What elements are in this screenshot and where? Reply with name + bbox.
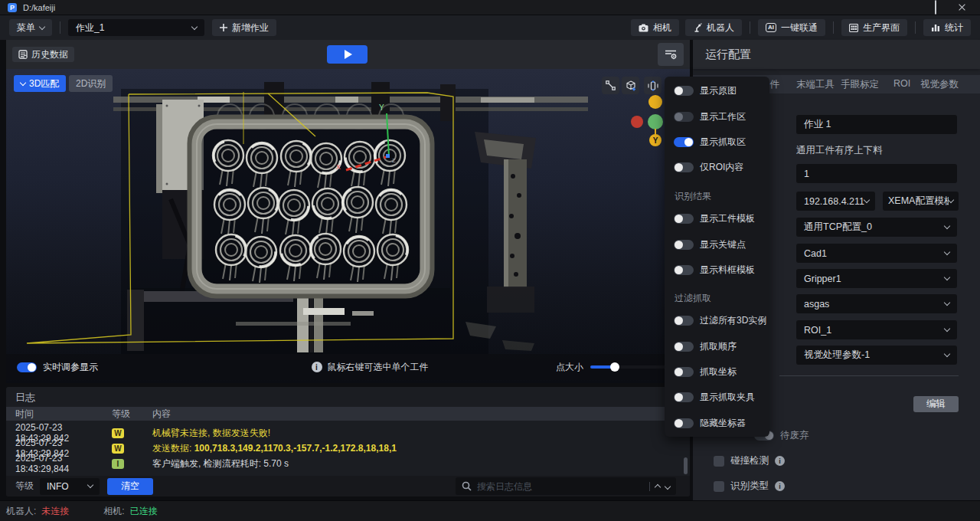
edit-button[interactable]: 编辑	[913, 396, 959, 412]
tab-end-tool[interactable]: 末端工具	[796, 78, 835, 91]
robot-arm-icon	[693, 23, 702, 32]
chevron-down-icon	[864, 197, 870, 203]
pallet-select[interactable]: asgas	[796, 294, 957, 313]
gripper-select[interactable]: Gripper1	[796, 269, 957, 288]
chevron-down-icon	[944, 300, 950, 306]
chevron-down-icon	[39, 23, 45, 29]
left-workspace: 历史数据	[6, 40, 690, 500]
search-icon	[462, 481, 472, 491]
3d-viewport[interactable]: Y X Z 3D匹配 2D识别	[6, 69, 690, 383]
mode-label: 通用工件有序上下料	[796, 144, 883, 157]
divider	[750, 21, 750, 34]
close-button[interactable]	[958, 3, 966, 11]
log-text: 发送数据:	[152, 443, 194, 454]
window-controls	[913, 1, 974, 15]
gizmo-axis-ball-red[interactable]	[631, 116, 643, 128]
ip-select[interactable]: 192.168.4.211	[796, 192, 875, 211]
mode-3d-match-button[interactable]: 3D匹配	[14, 75, 66, 92]
job-select[interactable]: 作业_1	[68, 19, 204, 36]
log-level-badge: W	[112, 444, 124, 454]
bar-chart-icon	[931, 24, 940, 32]
fit-view-button[interactable]	[644, 77, 662, 94]
tab-roi[interactable]: ROI	[893, 78, 910, 89]
log-search-input[interactable]	[477, 481, 644, 492]
robot-button[interactable]: 机器人	[685, 19, 742, 36]
mode-2d-recognition-button[interactable]: 2D识别	[69, 75, 113, 92]
log-controls: 等级 INFO 清空	[6, 476, 690, 496]
one-click-connect-button[interactable]: AI 一键联通	[758, 19, 825, 36]
camera-button[interactable]: 相机	[631, 19, 679, 36]
display-option-toggle[interactable]	[674, 316, 694, 326]
history-data-label: 历史数据	[31, 48, 68, 61]
statistics-button[interactable]: 统计	[923, 19, 971, 36]
clear-log-button[interactable]: 清空	[107, 478, 153, 495]
level-label: 等级	[15, 480, 34, 493]
production-label: 生产界面	[863, 21, 900, 34]
history-data-button[interactable]: 历史数据	[12, 47, 74, 62]
display-option-toggle[interactable]	[674, 265, 694, 275]
display-option-label: 抓取坐标	[700, 365, 737, 378]
display-option-label: 显示工件模板	[700, 212, 755, 225]
recognition-type-checkbox[interactable]	[714, 481, 724, 492]
display-section-label: 过滤抓取	[675, 292, 711, 305]
maximize-button[interactable]	[935, 1, 936, 15]
display-options-button[interactable]	[658, 43, 684, 66]
display-option-toggle[interactable]	[674, 418, 694, 428]
level-select[interactable]: INFO	[40, 478, 100, 495]
production-ui-button[interactable]: 生产界面	[841, 19, 907, 36]
display-option-toggle[interactable]	[674, 162, 694, 172]
count-input[interactable]: 1	[796, 164, 957, 183]
display-option-label: 显示抓取区	[700, 136, 746, 149]
display-option-toggle[interactable]	[674, 86, 694, 96]
tab-vision-params[interactable]: 视觉参数	[920, 78, 959, 91]
display-option-row: 显示料框模板	[674, 262, 755, 277]
gizmo-axis-y-ball[interactable]: Y	[649, 134, 662, 146]
info-icon[interactable]: i	[775, 456, 785, 466]
display-option-toggle[interactable]	[674, 240, 694, 250]
gizmo-axis-ball-top[interactable]	[648, 95, 662, 109]
tcp-config-select[interactable]: 通用TCP配置_0	[796, 218, 957, 237]
display-option-toggle[interactable]	[674, 112, 694, 122]
divider	[60, 21, 60, 34]
realtime-display-label: 实时调参显示	[43, 361, 98, 374]
display-option-row: 显示工作区	[674, 109, 746, 124]
display-option-toggle[interactable]	[674, 214, 694, 224]
menu-button[interactable]: 菜单	[9, 19, 52, 36]
search-prev-button[interactable]	[655, 484, 661, 490]
collision-checkbox[interactable]	[714, 456, 724, 467]
gizmo-axis-ball-green[interactable]	[648, 114, 663, 129]
chevron-down-icon	[944, 223, 950, 229]
info-icon[interactable]: i	[775, 481, 785, 491]
display-option-toggle[interactable]	[674, 392, 694, 402]
app-logo-icon: P	[8, 3, 17, 12]
history-icon	[18, 50, 28, 59]
realtime-display-toggle[interactable]	[17, 362, 37, 372]
cad-select[interactable]: Cad1	[796, 244, 957, 263]
robot-status-value: 未连接	[41, 505, 69, 518]
log-text: 客户端触发, 检测流程耗时: 5.70 s	[152, 458, 289, 469]
viewport-footer: 实时调参显示 i 鼠标右键可选中单个工件 点大小	[6, 354, 690, 380]
vision-param-select[interactable]: 视觉处理参数-1	[796, 346, 957, 365]
cube-rotate-icon	[626, 80, 636, 91]
add-job-button[interactable]: 新增作业	[212, 19, 276, 36]
job-name-input[interactable]: 作业 1	[796, 115, 957, 134]
measure-tool-button[interactable]	[602, 77, 619, 94]
log-scrollbar[interactable]	[684, 457, 688, 474]
grid-icon	[849, 24, 858, 32]
camera-template-select[interactable]: XEMA配置模板-	[883, 192, 959, 211]
roi-select[interactable]: ROI_1	[796, 320, 957, 339]
tab-hand-eye-calibration[interactable]: 手眼标定	[841, 78, 879, 91]
camera-status-label: 相机:	[103, 505, 124, 518]
slider-knob[interactable]	[610, 362, 619, 372]
chevron-down-icon	[944, 326, 950, 332]
point-size-slider[interactable]	[590, 365, 673, 369]
search-next-button[interactable]	[665, 483, 671, 489]
info-icon: i	[312, 362, 322, 372]
display-option-toggle[interactable]	[674, 367, 694, 377]
run-button[interactable]	[327, 45, 368, 64]
cube-view-button[interactable]	[622, 77, 639, 94]
level-select-value: INFO	[47, 481, 69, 492]
display-option-toggle[interactable]	[674, 137, 694, 147]
display-option-row: 显示工件模板	[674, 211, 755, 226]
display-option-toggle[interactable]	[674, 342, 694, 352]
